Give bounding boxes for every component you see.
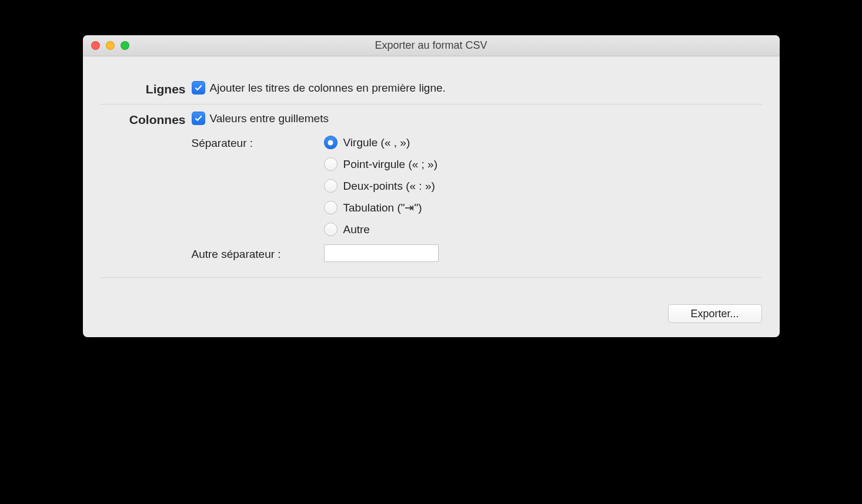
zoom-icon[interactable] (121, 41, 129, 50)
add-column-titles-label: Ajouter les titres de colonnes en premiè… (210, 82, 446, 95)
lines-section-label: Lignes (101, 81, 192, 96)
export-csv-dialog: Exporter au format CSV Lignes Ajouter le… (83, 35, 780, 337)
columns-section: Colonnes Valeurs entre guillemets Sépara… (101, 104, 762, 278)
dialog-footer: Exporter... (101, 278, 762, 323)
close-icon[interactable] (91, 41, 100, 50)
lines-section: Lignes Ajouter les titres de colonnes en… (101, 74, 762, 104)
separator-option-comma: Virgule (« , ») (343, 136, 410, 149)
separator-radio-other[interactable] (324, 223, 338, 236)
separator-radio-tab[interactable] (324, 201, 338, 214)
quote-values-checkbox[interactable] (192, 112, 205, 125)
titlebar: Exporter au format CSV (83, 35, 780, 56)
check-icon (194, 114, 203, 123)
columns-section-label: Colonnes (101, 112, 192, 127)
window-title: Exporter au format CSV (83, 39, 780, 52)
minimize-icon[interactable] (106, 41, 115, 50)
export-button[interactable]: Exporter... (668, 304, 762, 323)
quote-values-label: Valeurs entre guillemets (210, 112, 329, 125)
separator-option-semicolon: Point-virgule (« ; ») (343, 158, 438, 171)
add-column-titles-checkbox[interactable] (192, 81, 205, 95)
window-controls (91, 41, 129, 50)
separator-radio-comma[interactable] (324, 136, 338, 149)
separator-radio-semicolon[interactable] (324, 157, 338, 171)
other-separator-input[interactable] (324, 244, 439, 262)
separator-option-tab: Tabulation ("⇥") (343, 201, 422, 214)
separator-option-other: Autre (343, 223, 370, 236)
dialog-content: Lignes Ajouter les titres de colonnes en… (83, 56, 780, 337)
other-separator-label: Autre séparateur : (192, 244, 324, 262)
separator-label: Séparateur : (192, 136, 324, 244)
separator-radio-colon[interactable] (324, 179, 338, 193)
check-icon (194, 83, 203, 92)
separator-option-colon: Deux-points (« : ») (343, 180, 435, 193)
separator-radio-group: Virgule (« , ») Point-virgule (« ; ») De… (324, 136, 762, 244)
